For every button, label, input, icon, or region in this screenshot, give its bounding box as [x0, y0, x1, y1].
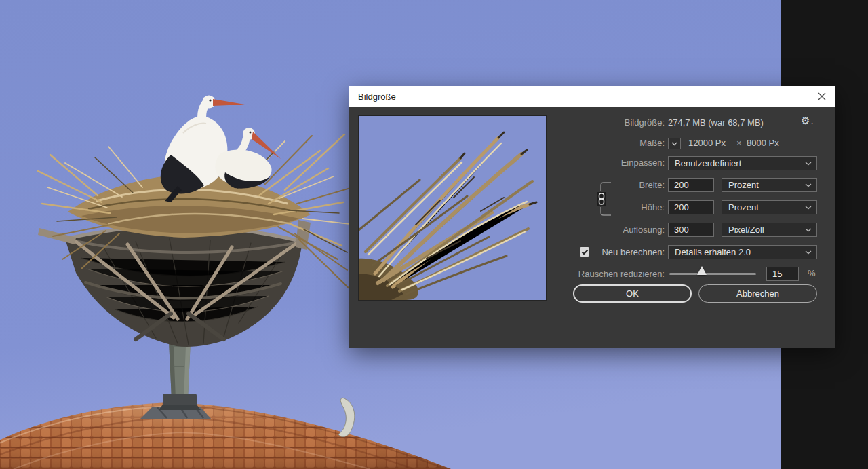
- resolution-unit-dropdown[interactable]: Pixel/Zoll: [722, 223, 817, 237]
- resample-value: Details erhalten 2.0: [675, 247, 751, 257]
- ok-button[interactable]: OK: [573, 284, 692, 303]
- gear-icon[interactable]: ⚙.: [801, 115, 814, 127]
- width-unit-dropdown[interactable]: Prozent: [722, 178, 817, 192]
- noise-slider-track[interactable]: [669, 273, 756, 275]
- dimensions-times: ×: [736, 136, 742, 150]
- resolution-input[interactable]: [668, 223, 714, 237]
- fit-value: Benutzerdefiniert: [675, 158, 741, 168]
- dialog-title: Bildgröße: [358, 92, 396, 102]
- image-preview[interactable]: [358, 115, 547, 301]
- cancel-button[interactable]: Abbrechen: [698, 284, 817, 303]
- preview-art: [359, 116, 546, 300]
- image-size-dialog: Bildgröße: [349, 86, 835, 348]
- dimensions-chevron-icon[interactable]: [668, 138, 681, 149]
- resample-label: Neu berechnen:: [601, 246, 665, 259]
- noise-input[interactable]: [766, 267, 799, 281]
- height-unit-dropdown[interactable]: Prozent: [722, 200, 817, 214]
- dimensions-width: 12000 Px: [688, 136, 726, 150]
- noise-unit: %: [808, 267, 816, 280]
- fit-dropdown[interactable]: Benutzerdefiniert: [668, 156, 817, 170]
- height-label: Höhe:: [641, 201, 665, 214]
- photoshop-screen: { "colors": { "sky": "#8191ce", "dialog_…: [0, 0, 868, 469]
- resample-checkbox[interactable]: [580, 247, 589, 257]
- noise-label: Rauschen reduzieren:: [578, 267, 665, 281]
- dimensions-label: Maße:: [639, 136, 665, 150]
- resample-dropdown[interactable]: Details erhalten 2.0: [668, 245, 817, 259]
- link-icon[interactable]: [597, 177, 622, 221]
- height-input[interactable]: [668, 200, 714, 214]
- close-icon[interactable]: [814, 89, 829, 104]
- chevron-down-icon: [805, 162, 812, 166]
- fit-label: Einpassen:: [621, 156, 665, 170]
- chevron-down-icon: [805, 183, 812, 187]
- resolution-label: Auflösung:: [623, 223, 665, 237]
- chevron-down-icon: [805, 206, 812, 210]
- chevron-down-icon: [805, 250, 812, 255]
- image-size-value: 274,7 MB (war 68,7 MB): [668, 116, 764, 130]
- width-label: Breite:: [639, 179, 665, 192]
- height-unit-value: Prozent: [728, 202, 759, 212]
- image-size-label: Bildgröße:: [625, 116, 665, 130]
- noise-slider-thumb[interactable]: [697, 266, 707, 275]
- width-input[interactable]: [668, 178, 714, 192]
- width-unit-value: Prozent: [728, 180, 759, 190]
- checkmark-icon: [581, 249, 589, 255]
- chevron-down-icon: [805, 228, 812, 232]
- dimensions-height: 8000 Px: [747, 136, 779, 150]
- resolution-unit-value: Pixel/Zoll: [728, 225, 764, 235]
- dialog-titlebar[interactable]: Bildgröße: [349, 86, 835, 107]
